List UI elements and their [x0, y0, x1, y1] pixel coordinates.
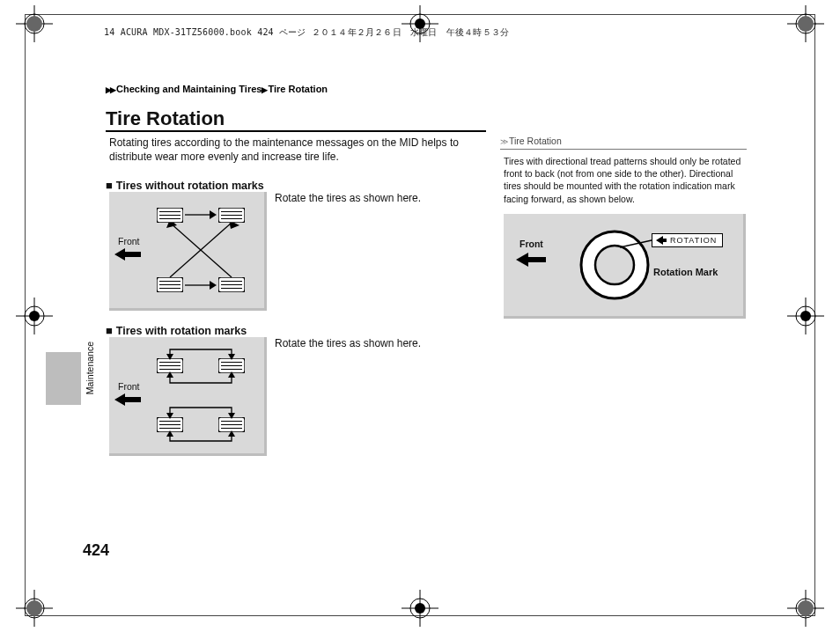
registration-mark-icon: [16, 5, 53, 42]
intro-paragraph: Rotating tires according to the maintena…: [109, 136, 488, 164]
section-label: Maintenance: [85, 342, 95, 394]
subhead-with-marks: ■Tires with rotation marks: [106, 324, 247, 337]
front-label: Front: [118, 381, 140, 392]
svg-marker-52: [210, 281, 217, 290]
svg-marker-32: [114, 248, 141, 261]
breadcrumb-part: Tire Rotation: [268, 84, 328, 94]
svg-point-3: [26, 16, 42, 32]
svg-marker-50: [210, 210, 217, 219]
svg-marker-81: [228, 430, 235, 437]
breadcrumb-arrow-icon: ▶: [262, 85, 266, 94]
subhead-without-marks: ■Tires without rotation marks: [106, 179, 264, 192]
subhead-text: Tires with rotation marks: [116, 325, 247, 337]
tire-icon: [218, 208, 245, 223]
svg-point-31: [800, 311, 811, 321]
svg-marker-78: [166, 413, 173, 419]
section-tab: [46, 352, 81, 405]
tire-icon: [157, 277, 183, 292]
svg-point-11: [26, 600, 42, 616]
svg-point-7: [798, 16, 814, 32]
svg-marker-80: [166, 430, 173, 437]
front-label: Front: [118, 236, 140, 246]
front-arrow-icon: [114, 393, 141, 406]
square-bullet-icon: ■: [106, 324, 113, 337]
breadcrumb: ▶▶Checking and Maintaining Tires▶Tire Ro…: [106, 84, 328, 94]
svg-point-23: [415, 603, 425, 614]
registration-mark-icon: [402, 590, 438, 627]
tire-icon: [157, 208, 183, 223]
svg-marker-77: [228, 371, 235, 378]
svg-marker-82: [516, 253, 546, 267]
breadcrumb-arrow-icon: ▶▶: [106, 85, 114, 94]
diagram-without-rotation-marks: Front: [109, 192, 267, 311]
title-rule: [106, 130, 486, 132]
front-label: Front: [519, 239, 543, 249]
rotation-swap-arrows-icon: [157, 346, 245, 445]
registration-mark-icon: [787, 590, 824, 627]
diagram-with-rotation-marks: Front: [109, 337, 267, 456]
registration-mark-icon: [787, 298, 824, 334]
svg-marker-76: [166, 371, 173, 378]
svg-point-27: [29, 311, 40, 321]
tire-icon: [218, 277, 245, 292]
registration-mark-icon: [16, 590, 53, 627]
rotation-cross-arrows-icon: [157, 223, 245, 277]
svg-point-84: [595, 246, 634, 284]
rotation-mark-label: Rotation Mark: [653, 267, 718, 277]
svg-marker-79: [228, 413, 235, 419]
sidebox-head-text: Tire Rotation: [509, 136, 562, 146]
subhead-text: Tires without rotation marks: [116, 180, 264, 192]
svg-point-15: [798, 600, 814, 616]
registration-mark-icon: [787, 5, 824, 42]
page-number: 424: [83, 541, 109, 560]
diagram-directional-tire: Front ROTATION Rotation Mark: [504, 214, 746, 319]
rotation-arrow-icon: [185, 280, 217, 290]
rotation-direction-arrow-icon: [656, 236, 667, 245]
breadcrumb-part: Checking and Maintaining Tires: [116, 84, 262, 94]
square-bullet-icon: ■: [106, 179, 113, 192]
diagram-caption: Rotate the tires as shown here.: [275, 337, 421, 349]
side-info-box: ≫Tire Rotation Tires with directional tr…: [500, 136, 747, 319]
leader-line-icon: [620, 233, 655, 249]
diagram-caption: Rotate the tires as shown here.: [275, 192, 421, 204]
sidebox-body-text: Tires with directional tread patterns sh…: [500, 155, 747, 205]
svg-marker-56: [229, 223, 239, 229]
svg-marker-57: [114, 393, 141, 406]
registration-mark-icon: [16, 298, 53, 334]
rotation-indicator: ROTATION: [652, 233, 723, 247]
svg-marker-75: [228, 354, 235, 360]
front-arrow-icon: [516, 253, 546, 267]
svg-marker-74: [166, 354, 173, 360]
front-arrow-icon: [114, 248, 141, 261]
doc-info-line: 14 ACURA MDX-31TZ56000.book 424 ページ ２０１４…: [104, 26, 509, 39]
svg-marker-85: [656, 236, 667, 245]
sidebox-heading: ≫Tire Rotation: [500, 136, 747, 150]
svg-line-86: [620, 240, 652, 247]
rotation-arrow-icon: [185, 209, 217, 220]
chevron-icon: ≫: [500, 137, 506, 146]
rotation-indicator-label: ROTATION: [670, 236, 717, 245]
page-title: Tire Rotation: [106, 107, 225, 130]
